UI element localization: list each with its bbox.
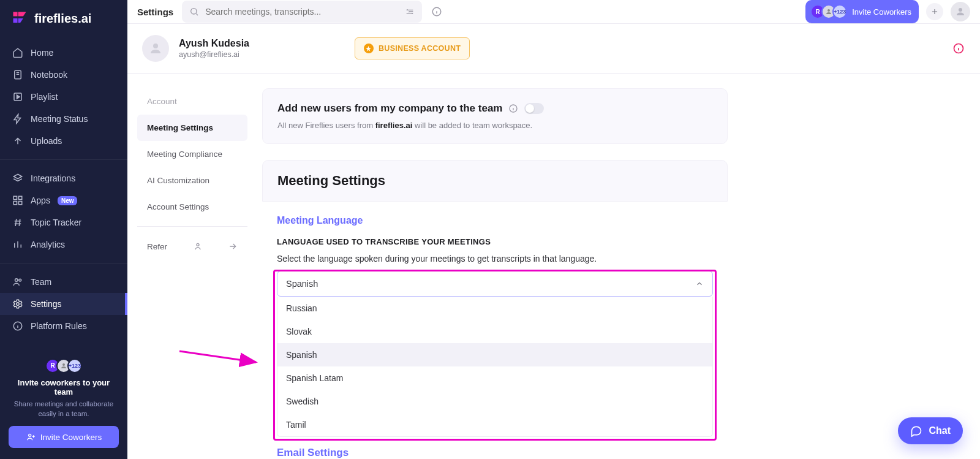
fireflies-logo-icon <box>11 10 28 27</box>
nav-home[interactable]: Home <box>0 42 127 64</box>
add-users-card: Add new users from my company to the tea… <box>262 88 728 144</box>
email-settings-heading: Email Settings <box>277 447 713 459</box>
nav-team[interactable]: Team <box>0 271 127 293</box>
user-icon <box>148 41 163 56</box>
language-option[interactable]: Spanish Latam <box>277 366 712 390</box>
nav-uploads[interactable]: Uploads <box>0 130 127 152</box>
invite-coworkers-button[interactable]: Invite Coworkers <box>9 426 119 448</box>
text-bold: fireflies.ai <box>375 121 413 130</box>
apps-icon <box>12 195 23 206</box>
text: will be added to team workspace. <box>412 121 532 130</box>
profile-avatar <box>142 35 169 62</box>
meeting-language-helper: Select the language spoken during your m… <box>277 254 713 264</box>
topbar-invite-label: Invite Coworkers <box>852 7 911 17</box>
invite-panel-subtitle: Share meetings and collaborate easily in… <box>9 399 119 419</box>
users-icon <box>12 276 23 287</box>
filter-icon[interactable] <box>405 7 415 17</box>
notebook-icon <box>12 69 23 80</box>
nav-integrations[interactable]: Integrations <box>0 167 127 189</box>
bolt-icon <box>12 113 23 124</box>
current-user-avatar[interactable] <box>951 2 970 21</box>
brand-logo[interactable]: fireflies.ai <box>0 0 127 38</box>
avatar-stack: R +123 <box>810 4 847 19</box>
nav-label: Uploads <box>31 136 62 146</box>
language-select-area: Spanish Russian Slovak Spanish Spanish L… <box>277 271 713 437</box>
subnav-meeting-compliance[interactable]: Meeting Compliance <box>137 141 247 167</box>
nav-group-1: Home Notebook Playlist Meeting Status Up… <box>0 38 127 156</box>
help-icon[interactable] <box>431 6 443 18</box>
svg-rect-3 <box>19 196 22 199</box>
svg-point-14 <box>827 9 830 12</box>
meeting-language-title: Meeting Language <box>277 215 713 226</box>
nav-label: Apps <box>31 195 50 205</box>
settings-content: Account Meeting Settings Meeting Complia… <box>127 74 980 459</box>
language-option[interactable]: Russian <box>277 297 712 320</box>
svg-rect-5 <box>19 202 22 205</box>
language-selected-value: Spanish <box>286 279 318 289</box>
profile-email: ayush@fireflies.ai <box>179 50 249 59</box>
meeting-settings-heading: Meeting Settings <box>262 160 728 202</box>
svg-point-12 <box>191 9 197 14</box>
subnav-ai-customization[interactable]: AI Customization <box>137 167 247 194</box>
brand-name: fireflies.ai <box>34 12 91 26</box>
gear-icon <box>12 298 23 309</box>
language-option[interactable]: Swedish <box>277 390 712 413</box>
subnav-meeting-settings[interactable]: Meeting Settings <box>137 115 247 141</box>
svg-point-11 <box>28 434 31 436</box>
stack-icon <box>12 173 23 184</box>
nav-playlist[interactable]: Playlist <box>0 86 127 108</box>
nav-label: Home <box>31 48 53 58</box>
subnav-account-settings[interactable]: Account Settings <box>137 194 247 220</box>
info-icon <box>12 321 23 332</box>
user-icon <box>955 6 966 17</box>
user-icon <box>193 241 203 251</box>
svg-point-10 <box>62 363 65 366</box>
info-icon[interactable] <box>508 104 518 113</box>
add-users-subtitle: All new Fireflies users from fireflies.a… <box>277 121 712 130</box>
search-input[interactable] <box>205 7 399 17</box>
info-alert-icon[interactable] <box>952 42 965 55</box>
subnav-refer[interactable]: Refer <box>137 233 247 260</box>
add-users-toggle[interactable] <box>524 103 544 114</box>
sidebar: fireflies.ai Home Notebook Playlist Meet… <box>0 0 127 459</box>
user-plus-icon <box>26 432 36 442</box>
account-tier-badge: ★ BUSINESS ACCOUNT <box>355 37 470 59</box>
chat-button[interactable]: Chat <box>898 417 963 444</box>
main: Settings R +123 Invite Coworkers <box>127 0 980 459</box>
chevron-up-icon <box>695 279 704 288</box>
nav-notebook[interactable]: Notebook <box>0 64 127 86</box>
search-field[interactable] <box>182 1 422 23</box>
nav-settings[interactable]: Settings <box>0 293 127 315</box>
svg-rect-4 <box>13 202 17 205</box>
topbar-invite-coworkers-button[interactable]: R +123 Invite Coworkers <box>805 0 919 23</box>
language-option[interactable]: Spanish <box>277 343 712 366</box>
nav-label: Analytics <box>31 240 65 249</box>
language-option[interactable]: Tamil <box>277 413 712 436</box>
add-users-title: Add new users from my company to the tea… <box>277 102 502 115</box>
nav-group-3: Team Settings Platform Rules <box>0 267 127 341</box>
nav-topic-tracker[interactable]: Topic Tracker <box>0 211 127 233</box>
svg-point-16 <box>153 44 158 48</box>
svg-point-8 <box>17 303 20 306</box>
add-button[interactable] <box>926 3 943 20</box>
text: All new Fireflies users from <box>277 121 375 130</box>
profile-name: Ayush Kudesia <box>179 38 249 49</box>
nav-analytics[interactable]: Analytics <box>0 233 127 256</box>
nav-label: Platform Rules <box>31 321 87 331</box>
svg-line-20 <box>179 351 256 362</box>
account-tier-label: BUSINESS ACCOUNT <box>379 44 461 53</box>
nav-apps[interactable]: Apps New <box>0 189 127 211</box>
nav-label: Meeting Status <box>31 114 88 124</box>
language-option[interactable]: Slovak <box>277 320 712 343</box>
settings-body: Add new users from my company to the tea… <box>262 88 747 459</box>
nav-group-2: Integrations Apps New Topic Tracker Anal… <box>0 164 127 259</box>
nav-label: Settings <box>31 299 62 309</box>
nav-meeting-status[interactable]: Meeting Status <box>0 108 127 130</box>
nav-platform-rules[interactable]: Platform Rules <box>0 315 127 337</box>
language-select[interactable]: Spanish <box>277 271 713 297</box>
subnav-account[interactable]: Account <box>137 88 247 115</box>
nav-divider <box>0 263 127 264</box>
svg-point-18 <box>197 243 199 246</box>
page-title: Settings <box>137 7 173 17</box>
nav-label: Playlist <box>31 92 58 102</box>
